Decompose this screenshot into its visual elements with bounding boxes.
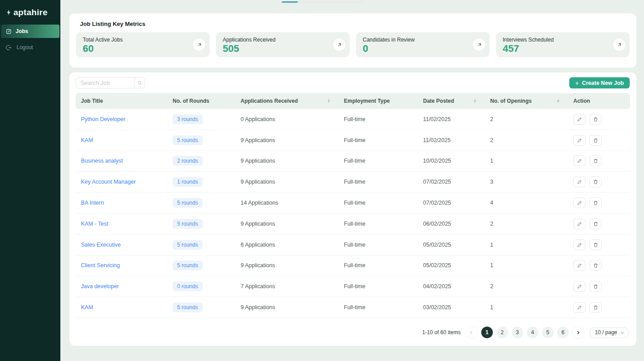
job-title-link[interactable]: Java developer — [76, 283, 167, 290]
sidebar-item-logout[interactable]: Logout — [0, 41, 60, 54]
table-row: Key Account Manager 1 rounds 9 Applicati… — [76, 172, 630, 193]
employment-type-cell: Full-time — [339, 221, 418, 227]
actions-cell — [568, 155, 630, 166]
delete-job-button[interactable] — [589, 260, 602, 271]
edit-job-button[interactable] — [573, 155, 585, 166]
employment-type-cell: Full-time — [339, 283, 418, 290]
date-posted-cell: 10/02/2025 — [418, 158, 485, 164]
delete-job-button[interactable] — [589, 218, 602, 229]
table-row: Java developer 0 rounds 7 Applications F… — [76, 276, 630, 297]
actions-cell — [568, 218, 630, 229]
search-button[interactable] — [135, 77, 145, 88]
edit-job-button[interactable] — [573, 260, 585, 271]
column-header-label: Employment Type — [344, 98, 390, 104]
pagination-page-button[interactable]: 1 — [481, 327, 493, 338]
pencil-icon — [577, 263, 582, 268]
pencil-icon — [577, 117, 582, 122]
bolt-icon — [5, 8, 12, 17]
column-header: Action — [568, 98, 630, 104]
edit-job-button[interactable] — [573, 114, 585, 125]
job-title-link[interactable]: BA Intern — [76, 200, 167, 206]
job-title-link[interactable]: Sales Executive — [76, 242, 167, 248]
pagination-next-button[interactable] — [572, 327, 584, 338]
sidebar-item-jobs[interactable]: Jobs — [1, 25, 59, 38]
table-row: KAM 5 rounds 9 Applications Full-time 03… — [76, 297, 630, 318]
search-icon — [137, 80, 142, 85]
search-input[interactable] — [76, 77, 135, 88]
sort-icon[interactable]: ▴▾ — [557, 99, 559, 103]
delete-job-button[interactable] — [589, 302, 602, 313]
trash-icon — [593, 138, 598, 143]
job-title-link[interactable]: Python Developer — [76, 116, 167, 122]
pagination-page-button[interactable]: 5 — [542, 327, 554, 338]
metrics-title: Job Listing Key Metrics — [69, 13, 636, 27]
search-group — [76, 77, 145, 88]
metric-expand-button[interactable] — [613, 39, 625, 51]
table-row: Client Servicing 5 rounds 9 Applications… — [76, 256, 630, 277]
pencil-icon — [577, 158, 582, 164]
metric-label: Candidates in Review — [363, 37, 483, 43]
actions-cell — [568, 114, 630, 125]
pagination-summary: 1-10 of 60 items — [422, 329, 461, 336]
metric-expand-button[interactable] — [193, 39, 205, 51]
applications-cell: 9 Applications — [235, 158, 339, 164]
job-title-link[interactable]: KAM — [76, 304, 167, 311]
page-size-select[interactable]: 10 / page — [589, 327, 629, 338]
job-title-link[interactable]: Client Servicing — [76, 262, 167, 269]
rounds-badge: 5 rounds — [173, 260, 203, 270]
date-posted-cell: 06/02/2025 — [418, 221, 485, 227]
delete-job-button[interactable] — [589, 155, 602, 166]
delete-job-button[interactable] — [589, 114, 602, 125]
edit-job-button[interactable] — [573, 176, 585, 187]
delete-job-button[interactable] — [589, 239, 602, 250]
edit-job-button[interactable] — [573, 135, 585, 146]
arrow-up-right-icon — [337, 42, 342, 47]
edit-job-button[interactable] — [573, 197, 585, 208]
delete-job-button[interactable] — [589, 197, 602, 208]
delete-job-button[interactable] — [589, 135, 602, 146]
job-title-link[interactable]: Key Account Manager — [76, 179, 167, 185]
sort-icon[interactable]: ▴▾ — [474, 99, 476, 103]
delete-job-button[interactable] — [589, 176, 602, 187]
metric-expand-button[interactable] — [333, 39, 345, 51]
rounds-cell: 5 rounds — [167, 219, 235, 229]
actions-cell — [568, 239, 630, 250]
column-header: Employment Type — [339, 98, 418, 104]
pagination-page-button[interactable]: 6 — [557, 327, 569, 338]
pagination-page-button[interactable]: 4 — [527, 327, 538, 338]
job-title-link[interactable]: KAM — [76, 137, 167, 143]
metric-expand-button[interactable] — [473, 39, 485, 51]
rounds-badge: 5 rounds — [173, 240, 203, 250]
date-posted-cell: 11/02/2025 — [418, 116, 485, 122]
employment-type-cell: Full-time — [339, 242, 418, 248]
plus-icon: + — [575, 80, 579, 87]
arrow-up-right-icon — [617, 42, 622, 47]
create-new-job-button[interactable]: + Create New Job — [569, 77, 630, 88]
pagination-page-button[interactable]: 3 — [512, 327, 523, 338]
actions-cell — [568, 176, 630, 187]
sort-icon[interactable]: ▴▾ — [328, 99, 330, 103]
arrow-up-right-icon — [477, 42, 482, 47]
edit-job-button[interactable] — [573, 218, 585, 229]
logout-icon — [6, 45, 12, 50]
rounds-cell: 5 rounds — [167, 198, 235, 208]
pagination-page-button[interactable]: 2 — [496, 327, 508, 338]
rounds-cell: 5 rounds — [167, 302, 235, 312]
job-title-link[interactable]: KAM - Test — [76, 221, 167, 227]
edit-job-button[interactable] — [573, 302, 585, 313]
edit-job-button[interactable] — [573, 281, 585, 292]
rounds-cell: 5 rounds — [167, 240, 235, 250]
metric-value: 505 — [223, 43, 343, 54]
delete-job-button[interactable] — [589, 281, 602, 292]
table-row: Sales Executive 5 rounds 6 Applications … — [76, 235, 630, 256]
applications-cell: 0 Applications — [235, 116, 339, 122]
employment-type-cell: Full-time — [339, 179, 418, 185]
job-title-link[interactable]: Business analyst — [76, 158, 167, 164]
edit-square-icon — [6, 29, 12, 34]
pagination-prev-button[interactable] — [466, 327, 478, 338]
table-row: KAM - Test 5 rounds 9 Applications Full-… — [76, 214, 630, 235]
edit-job-button[interactable] — [573, 239, 585, 250]
openings-cell: 2 — [485, 116, 568, 122]
rounds-cell: 2 rounds — [167, 156, 235, 166]
rounds-cell: 3 rounds — [167, 114, 235, 124]
